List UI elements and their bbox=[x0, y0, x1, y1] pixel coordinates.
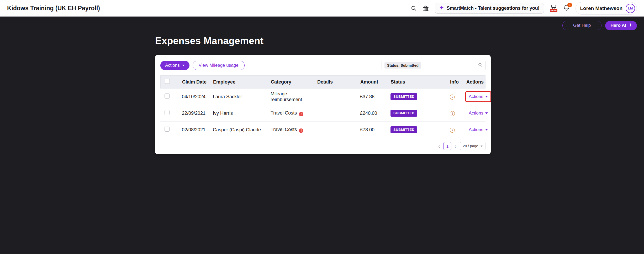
details-cell bbox=[314, 95, 357, 99]
page-size-select[interactable]: 20 / page bbox=[460, 142, 485, 150]
table-body: 04/10/2024 Laura Sackler Mileage reimbur… bbox=[160, 89, 485, 138]
table-toolbar: Actions View Mileage usage Status: Submi… bbox=[160, 61, 485, 70]
expenses-card: Actions View Mileage usage Status: Submi… bbox=[155, 55, 491, 154]
column-header-employee: Employee bbox=[210, 77, 268, 87]
sparkle-icon bbox=[439, 5, 444, 11]
table-row: 04/10/2024 Laura Sackler Mileage reimbur… bbox=[160, 89, 485, 105]
bulk-actions-button[interactable]: Actions bbox=[160, 61, 189, 70]
app-canvas: Kidows Training (UK EH Payroll) SmartMat… bbox=[0, 0, 644, 254]
user-avatar: LM bbox=[626, 4, 635, 13]
status-badge: SUBMITTED bbox=[390, 126, 417, 133]
claim-date-cell: 22/09/2021 bbox=[179, 108, 210, 118]
notification-count-badge: 1 bbox=[567, 3, 572, 7]
category-label: Travel Costs bbox=[271, 110, 297, 116]
status-cell: SUBMITTED bbox=[388, 124, 447, 135]
column-header-details: Details bbox=[315, 77, 358, 87]
row-checkbox[interactable] bbox=[165, 94, 170, 99]
category-alert-icon: ! bbox=[299, 128, 303, 133]
status-filter-tag[interactable]: Status: Submitted bbox=[384, 62, 421, 69]
organisation-icon[interactable] bbox=[423, 5, 429, 12]
actions-cell: Actions bbox=[463, 123, 493, 136]
column-header-amount: Amount bbox=[358, 77, 388, 87]
status-cell: SUBMITTED bbox=[388, 91, 447, 102]
details-cell bbox=[314, 128, 357, 132]
hero-ai-button[interactable]: Hero AI bbox=[605, 21, 637, 30]
amount-cell: £240.00 bbox=[357, 108, 388, 118]
pagination-next-button[interactable]: › bbox=[454, 143, 457, 149]
claim-date-cell: 04/10/2024 bbox=[179, 92, 210, 102]
row-actions-button[interactable]: Actions bbox=[466, 125, 490, 134]
beta-badge: BETA bbox=[550, 9, 558, 12]
column-header-info: Info bbox=[447, 77, 464, 87]
info-cell: i bbox=[447, 125, 463, 135]
info-icon[interactable]: i bbox=[450, 128, 455, 133]
employee-cell: Casper (Caspi) Claude bbox=[210, 125, 268, 135]
smartmatch-button[interactable]: SmartMatch - Talent suggestions for you! bbox=[435, 3, 544, 14]
hero-ai-sparkle-icon bbox=[629, 23, 633, 28]
category-alert-icon: ! bbox=[299, 112, 303, 116]
row-actions-button[interactable]: Actions bbox=[466, 108, 490, 118]
row-actions-caret-icon bbox=[485, 96, 488, 97]
view-mileage-usage-button[interactable]: View Mileage usage bbox=[193, 61, 245, 70]
amount-cell: £37.88 bbox=[357, 92, 388, 102]
page-size-value: 20 / page bbox=[463, 144, 478, 148]
search-icon[interactable] bbox=[411, 5, 417, 11]
column-header-actions: Actions bbox=[464, 77, 486, 87]
actions-cell: Actions bbox=[463, 106, 493, 120]
row-actions-caret-icon bbox=[485, 129, 488, 131]
status-cell: SUBMITTED bbox=[388, 108, 447, 119]
notifications-bell-icon[interactable]: 1 bbox=[563, 4, 570, 12]
claim-date-cell: 02/08/2021 bbox=[179, 125, 210, 135]
expenses-table: Claim Date Employee Category Details Amo… bbox=[160, 75, 485, 138]
amount-cell: £78.00 bbox=[357, 125, 388, 135]
pagination-prev-button[interactable]: ‹ bbox=[437, 143, 441, 149]
info-icon[interactable]: i bbox=[450, 95, 455, 100]
row-actions-label: Actions bbox=[469, 94, 483, 99]
table-header-row: Claim Date Employee Category Details Amo… bbox=[160, 75, 485, 89]
get-help-button[interactable]: Get Help bbox=[562, 21, 601, 30]
row-select-cell bbox=[160, 125, 179, 135]
row-actions-caret-icon bbox=[485, 112, 488, 114]
table-row: 22/09/2021 Ivy Harris Travel Costs! £240… bbox=[160, 105, 485, 122]
hero-ai-label: Hero AI bbox=[610, 23, 626, 28]
column-header-category: Category bbox=[268, 77, 315, 87]
page-size-caret-icon bbox=[481, 146, 483, 147]
column-header-status: Status bbox=[388, 77, 447, 87]
employee-cell: Ivy Harris bbox=[210, 108, 268, 118]
info-cell: i bbox=[447, 92, 463, 102]
info-icon[interactable]: i bbox=[450, 111, 455, 116]
row-checkbox[interactable] bbox=[165, 127, 170, 132]
select-all-checkbox[interactable] bbox=[165, 79, 170, 84]
info-cell: i bbox=[447, 108, 463, 118]
status-filter-input[interactable]: Status: Submitted bbox=[382, 61, 485, 70]
details-cell bbox=[314, 111, 357, 115]
company-title: Kidows Training (UK EH Payroll) bbox=[7, 5, 100, 12]
quick-actions-row: Get Help Hero AI bbox=[562, 21, 637, 30]
row-select-cell bbox=[160, 91, 179, 102]
category-cell: Travel Costs! bbox=[268, 108, 314, 118]
employee-cell: Laura Sackler bbox=[210, 92, 268, 102]
row-checkbox[interactable] bbox=[165, 110, 170, 115]
category-label: Travel Costs bbox=[271, 127, 297, 132]
pagination-page-1[interactable]: 1 bbox=[444, 142, 451, 150]
filter-search-icon bbox=[478, 63, 483, 68]
category-cell: Mileage reimbursement! bbox=[268, 89, 314, 105]
status-badge: SUBMITTED bbox=[390, 110, 417, 117]
table-row: 02/08/2021 Casper (Caspi) Claude Travel … bbox=[160, 122, 485, 138]
category-cell: Travel Costs! bbox=[268, 125, 314, 135]
row-actions-button[interactable]: Actions bbox=[466, 92, 490, 101]
toolbar-left: Actions View Mileage usage bbox=[160, 61, 245, 70]
beta-feature-icon[interactable]: BETA bbox=[550, 4, 558, 12]
user-menu[interactable]: Loren Mathewson LM bbox=[576, 2, 637, 15]
user-name: Loren Mathewson bbox=[580, 6, 622, 11]
pagination: ‹ 1 › 20 / page bbox=[160, 139, 485, 150]
actions-cell: Actions bbox=[463, 90, 493, 103]
row-select-cell bbox=[160, 108, 179, 119]
header-select-all-cell bbox=[161, 77, 180, 87]
bulk-actions-label: Actions bbox=[165, 63, 180, 68]
page-title: Expenses Management bbox=[155, 35, 263, 46]
row-actions-label: Actions bbox=[469, 127, 483, 132]
category-label: Mileage reimbursement bbox=[271, 91, 302, 102]
status-badge: SUBMITTED bbox=[390, 93, 417, 100]
column-header-claim-date: Claim Date bbox=[180, 77, 210, 87]
